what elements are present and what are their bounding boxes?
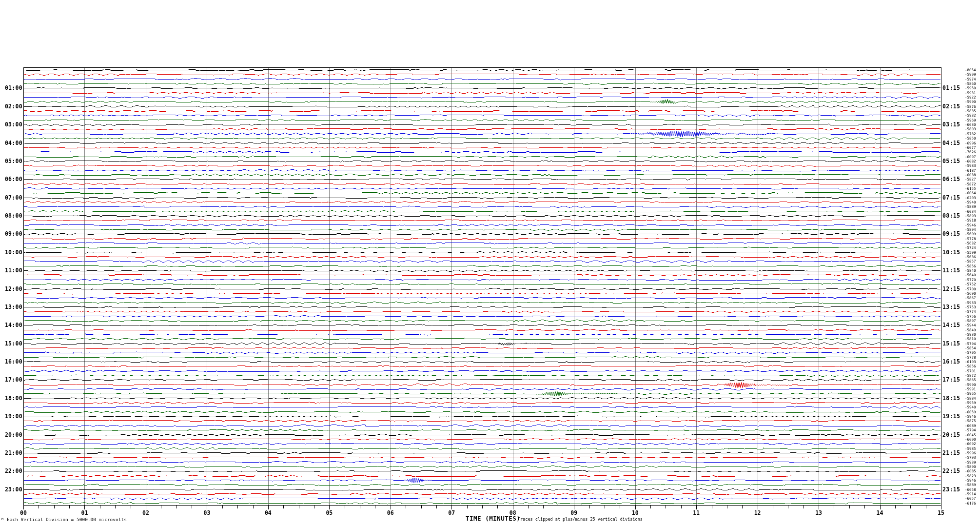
trace-offset-value: -5884 [965, 396, 976, 401]
right-time-label: 12:15 [942, 285, 960, 292]
trace-offset-value: -6077 [965, 145, 976, 150]
trace-offset-value: -5793 [965, 455, 976, 460]
right-time-label: 16:15 [942, 358, 960, 365]
trace-offset-value: -6103 [965, 360, 976, 364]
left-time-label: 23:00 [0, 486, 22, 493]
trace-offset-value: -5918 [965, 218, 976, 223]
right-time-label: 08:15 [942, 212, 960, 219]
trace-offset-value: -6082 [965, 159, 976, 163]
x-tick-label: 10 [628, 509, 643, 516]
trace-offset-value: -5944 [965, 323, 976, 327]
trace-offset-value: -5856 [965, 364, 976, 368]
trace-offset-value: -5922 [965, 95, 976, 100]
trace-offset-value: -5640 [965, 273, 976, 277]
trace-offset-value: -5939 [965, 460, 976, 465]
x-tick-label: 11 [689, 509, 704, 516]
trace-offset-value: -5854 [965, 346, 976, 350]
trace-offset-value: -6064 [965, 191, 976, 195]
trace-offset-value: -5823 [965, 474, 976, 478]
trace-offset-value: -5701 [965, 369, 976, 373]
right-time-label: 10:15 [942, 249, 960, 256]
trace-offset-value: -6203 [965, 196, 976, 200]
right-time-label: 02:15 [942, 103, 960, 110]
trace-offset-value: -5770 [965, 278, 976, 282]
trace-offset-value: -6092 [965, 442, 976, 446]
trace-offset-value: -5893 [965, 214, 976, 218]
trace-offset-value: -5990 [965, 383, 976, 387]
left-time-label: 04:00 [0, 140, 22, 146]
right-time-label: 17:15 [942, 376, 960, 383]
right-time-label: 07:15 [942, 194, 960, 201]
trace-offset-value: -5959 [965, 401, 976, 405]
trace-offset-value: -5850 [965, 136, 976, 141]
trace-offset-value: -5636 [965, 255, 976, 259]
trace-offset-value: -6187 [965, 168, 976, 173]
trace-offset-value: -5890 [965, 465, 976, 469]
right-time-label: 15:15 [942, 340, 960, 347]
trace-offset-value: -5996 [965, 451, 976, 455]
left-time-label: 18:00 [0, 395, 22, 402]
trace-offset-value: -5983 [965, 163, 976, 168]
trace-offset-value: -5990 [965, 100, 976, 104]
trace-offset-value: -5609 [965, 232, 976, 236]
trace-offset-value: -5867 [965, 296, 976, 300]
trace-offset-value: -5794 [965, 342, 976, 346]
left-time-label: 10:00 [0, 249, 22, 256]
right-time-label: 19:15 [942, 413, 960, 420]
trace-offset-value: -8054 [965, 68, 976, 72]
left-time-label: 02:00 [0, 103, 22, 110]
trace-offset-value: -5946 [965, 223, 976, 227]
x-tick-label: 03 [199, 509, 214, 516]
trace-offset-value: -6034 [965, 209, 976, 214]
trace-offset-value: -5827 [965, 177, 976, 182]
trace-offset-value: -5782 [965, 132, 976, 136]
clip-note: Traces clipped at plus/minus 25 vertical… [518, 517, 643, 522]
right-time-label: 23:15 [942, 486, 960, 493]
x-tick-label: 15 [934, 509, 948, 516]
trace-offset-value: -5856 [965, 264, 976, 268]
trace-offset-value: -5897 [965, 319, 976, 323]
left-time-label: 21:00 [0, 449, 22, 456]
x-tick-label: 04 [261, 509, 275, 516]
trace-offset-value: -5632 [965, 241, 976, 245]
left-time-label: 07:00 [0, 194, 22, 201]
right-time-label: 18:15 [942, 395, 960, 402]
x-tick-label: 14 [873, 509, 887, 516]
trace-offset-value: -5940 [965, 405, 976, 409]
trace-offset-value: -5909 [965, 72, 976, 77]
left-time-label: 19:00 [0, 413, 22, 420]
scale-note: Each Vertical Division = 5000.00 microvo… [7, 517, 127, 522]
trace-offset-value: -5889 [965, 204, 976, 209]
trace-offset-value: -6045 [965, 433, 976, 437]
trace-offset-value: -6057 [965, 496, 976, 501]
left-time-label: 17:00 [0, 376, 22, 383]
right-time-label: 20:15 [942, 431, 960, 438]
left-time-label: 20:00 [0, 431, 22, 438]
left-time-label: 05:00 [0, 158, 22, 164]
trace-offset-value: -5849 [965, 328, 976, 332]
x-tick-label: 13 [811, 509, 826, 516]
trace-offset-value: -5914 [965, 492, 976, 496]
trace-offset-value: -5875 [965, 419, 976, 423]
helicorder-page: P S L atras eismology ab Jan17,2026 DSF … [0, 0, 980, 527]
trace-offset-value: -5985 [965, 446, 976, 451]
trace-offset-value: -5931 [965, 91, 976, 95]
right-time-label: 11:15 [942, 267, 960, 274]
trace-offset-value: -5752 [965, 282, 976, 286]
left-time-label: 11:00 [0, 267, 22, 274]
left-time-label: 06:00 [0, 176, 22, 182]
trace-offset-value: -7626 [965, 150, 976, 154]
x-tick-label: 06 [383, 509, 398, 516]
trace-offset-value: -5810 [965, 337, 976, 341]
left-time-label: 01:00 [0, 84, 22, 91]
trace-offset-value: -5894 [965, 227, 976, 232]
left-time-label: 15:00 [0, 340, 22, 347]
trace-offset-value: -5690 [965, 291, 976, 296]
trace-offset-value: -5889 [965, 483, 976, 487]
right-time-label: 14:15 [942, 322, 960, 328]
x-tick-label: 07 [444, 509, 459, 516]
x-tick-label: 02 [138, 509, 153, 516]
x-tick-label: 09 [567, 509, 581, 516]
trace-offset-value: -5940 [965, 200, 976, 204]
right-time-label: 13:15 [942, 304, 960, 310]
